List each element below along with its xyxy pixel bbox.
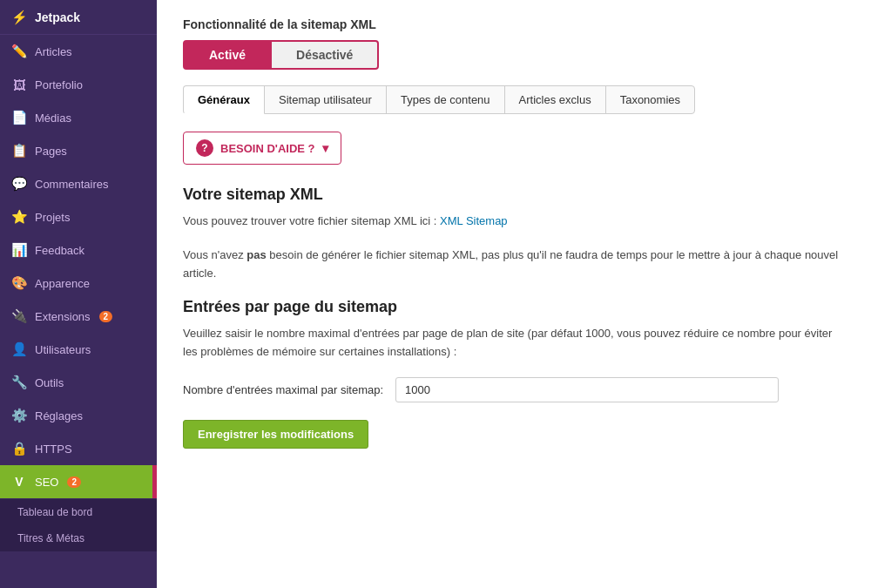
sidebar-item-apparence[interactable]: 🎨 Apparence	[0, 267, 157, 300]
help-icon: ?	[196, 139, 213, 157]
apparence-icon: 🎨	[10, 274, 28, 292]
sidebar-item-seo[interactable]: V SEO 2	[0, 465, 157, 498]
help-text: BESOIN D'AIDE ?	[220, 142, 315, 155]
sidebar-item-label: SEO	[35, 476, 58, 489]
commentaires-icon: 💬	[10, 175, 28, 193]
sidebar-item-feedback[interactable]: 📊 Feedback	[0, 233, 157, 267]
toggle-row: Activé Désactivé	[183, 40, 845, 70]
seo-icon: V	[10, 473, 28, 490]
sidebar-item-portfolio[interactable]: 🖼 Portefolio	[0, 68, 157, 101]
https-icon: 🔒	[10, 440, 28, 457]
portfolio-icon: 🖼	[10, 76, 28, 93]
seo-badge: 2	[67, 476, 81, 488]
sidebar-item-articles[interactable]: ✏️ Articles	[0, 35, 157, 68]
section1-note: Vous n'avez pas besoin de générer le fic…	[183, 247, 845, 283]
section2-text: Veuillez saisir le nombre maximal d'entr…	[183, 325, 845, 362]
submenu-label: Tableau de bord	[17, 506, 92, 518]
section1-title: Votre sitemap XML	[183, 186, 845, 204]
utilisateurs-icon: 👤	[10, 341, 28, 358]
sidebar-submenu: Tableau de bord Titres & Métas	[0, 498, 157, 551]
sidebar-item-label: Pages	[35, 145, 67, 158]
sidebar-item-medias[interactable]: 📄 Médias	[0, 101, 157, 134]
outils-icon: 🔧	[10, 374, 28, 391]
tab-sitemap-utilisateur[interactable]: Sitemap utilisateur	[264, 85, 387, 114]
sidebar-header[interactable]: ⚡ Jetpack	[0, 0, 157, 35]
tab-taxonomies[interactable]: Taxonomies	[605, 85, 695, 114]
sidebar-item-label: Médias	[35, 112, 71, 125]
sidebar-item-label: Commentaires	[35, 178, 109, 191]
help-banner[interactable]: ? BESOIN D'AIDE ? ▾	[183, 132, 341, 165]
main-content: Fonctionnalité de la sitemap XML Activé …	[157, 0, 871, 588]
sidebar-item-label: HTTPS	[35, 443, 72, 456]
sidebar-item-titres-metas[interactable]: Titres & Métas	[0, 525, 157, 551]
extensions-badge: 2	[99, 311, 113, 322]
sidebar-item-projets[interactable]: ⭐ Projets	[0, 200, 157, 233]
sidebar-item-label: Extensions	[35, 310, 91, 323]
pages-icon: 📋	[10, 142, 28, 159]
section1-text: Vous pouvez trouver votre fichier sitema…	[183, 213, 845, 231]
sidebar-item-label: Projets	[35, 211, 70, 224]
medias-icon: 📄	[10, 109, 28, 126]
toggle-label: Fonctionnalité de la sitemap XML	[183, 17, 845, 31]
sidebar-item-label: Portefolio	[35, 78, 83, 91]
sidebar-item-https[interactable]: 🔒 HTTPS	[0, 432, 157, 465]
sidebar-item-tableau-de-bord[interactable]: Tableau de bord	[0, 499, 157, 525]
section1-note-bold: pas	[246, 248, 266, 261]
sidebar-item-label: Articles	[35, 45, 72, 58]
max-entries-input[interactable]	[395, 377, 779, 402]
projets-icon: ⭐	[10, 208, 28, 226]
toggle-active-button[interactable]: Activé	[183, 40, 272, 70]
save-button[interactable]: Enregistrer les modifications	[183, 420, 368, 449]
sidebar-item-label: Réglages	[35, 409, 83, 422]
form-label: Nombre d'entrées maximal par sitemap:	[183, 383, 383, 396]
sidebar-item-extensions[interactable]: 🔌 Extensions 2	[0, 300, 157, 333]
articles-icon: ✏️	[10, 43, 28, 60]
sidebar-item-utilisateurs[interactable]: 👤 Utilisateurs	[0, 333, 157, 366]
sidebar-item-reglages[interactable]: ⚙️ Réglages	[0, 399, 157, 432]
feedback-icon: 📊	[10, 241, 28, 259]
reglages-icon: ⚙️	[10, 407, 28, 424]
section1-note-before: Vous n'avez	[183, 248, 246, 261]
sidebar-item-label: Apparence	[35, 277, 90, 290]
tab-generaux[interactable]: Généraux	[183, 85, 265, 114]
sidebar-item-label: Outils	[35, 376, 64, 389]
chevron-down-icon: ▾	[322, 141, 328, 155]
xml-sitemap-link[interactable]: XML Sitemap	[440, 214, 508, 227]
sidebar-item-label: Feedback	[35, 244, 84, 257]
sidebar-item-label: Utilisateurs	[35, 343, 91, 356]
sidebar-item-outils[interactable]: 🔧 Outils	[0, 366, 157, 399]
sidebar-header-label: Jetpack	[35, 10, 80, 24]
sidebar-item-pages[interactable]: 📋 Pages	[0, 134, 157, 167]
active-indicator	[152, 465, 157, 498]
section1-text-before: Vous pouvez trouver votre fichier sitema…	[183, 214, 440, 227]
sidebar: ⚡ Jetpack ✏️ Articles 🖼 Portefolio 📄 Méd…	[0, 0, 157, 588]
jetpack-icon: ⚡	[10, 9, 28, 26]
section1-note-after: besoin de générer le fichier sitemap XML…	[183, 248, 838, 280]
tabs-row: Généraux Sitemap utilisateur Types de co…	[183, 85, 845, 114]
section2-title: Entrées par page du sitemap	[183, 298, 845, 316]
submenu-label: Titres & Métas	[17, 532, 84, 544]
tab-articles-exclus[interactable]: Articles exclus	[504, 85, 606, 114]
extensions-icon: 🔌	[10, 308, 28, 325]
form-row: Nombre d'entrées maximal par sitemap:	[183, 377, 845, 402]
sidebar-item-commentaires[interactable]: 💬 Commentaires	[0, 167, 157, 200]
tab-types-contenu[interactable]: Types de contenu	[386, 85, 505, 114]
toggle-inactive-button[interactable]: Désactivé	[272, 40, 379, 70]
